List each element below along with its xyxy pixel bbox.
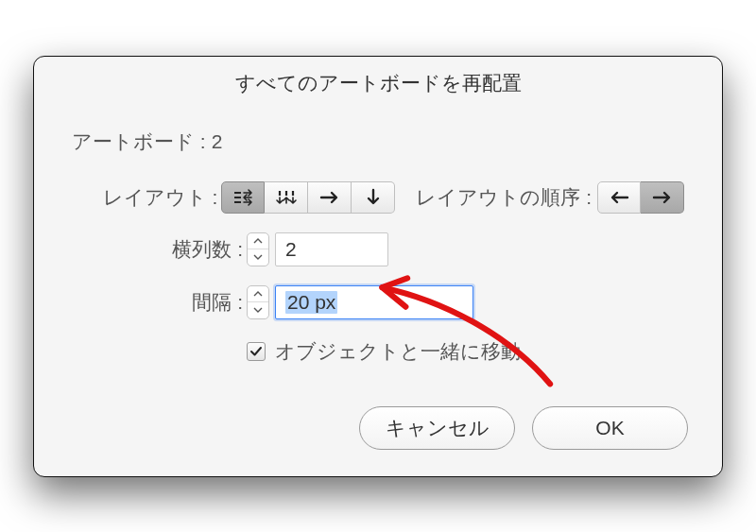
artboard-count: 2 <box>212 130 223 153</box>
chevron-up-icon <box>253 291 263 297</box>
check-icon <box>249 345 263 358</box>
layout-order-label: レイアウトの順序 : <box>416 184 592 211</box>
columns-label: 横列数 : <box>72 236 247 263</box>
arrow-down-icon <box>367 188 380 207</box>
dialog-title: すべてのアートボードを再配置 <box>34 57 722 102</box>
spacing-step-down[interactable] <box>248 301 268 318</box>
ok-button-label: OK <box>595 417 624 439</box>
spacing-step-up[interactable] <box>248 286 268 302</box>
layout-button-group <box>221 181 395 214</box>
chevron-down-icon <box>253 307 263 313</box>
grid-column-icon <box>275 189 298 206</box>
columns-step-up[interactable] <box>248 233 268 249</box>
arrow-right-icon <box>652 191 673 204</box>
columns-stepper[interactable] <box>247 232 269 266</box>
order-right-button[interactable] <box>641 181 684 214</box>
layout-grid-column-button[interactable] <box>265 181 308 214</box>
cancel-button[interactable]: キャンセル <box>359 406 515 450</box>
grid-row-icon <box>232 189 254 206</box>
rearrange-artboards-dialog: すべてのアートボードを再配置 アートボード : 2 レイアウト : <box>33 56 723 477</box>
arrow-left-icon <box>609 191 629 204</box>
chevron-down-icon <box>253 254 263 260</box>
layout-arrange-down-button[interactable] <box>352 181 395 214</box>
layout-order-group <box>597 181 684 214</box>
columns-step-down[interactable] <box>248 249 268 266</box>
columns-value: 2 <box>285 238 297 261</box>
move-with-objects-label: オブジェクトと一緒に移動 <box>275 338 521 365</box>
layout-label: レイアウト : <box>72 184 221 211</box>
spacing-label: 間隔 : <box>72 289 247 316</box>
chevron-up-icon <box>253 238 263 244</box>
spacing-value: 20 px <box>285 291 337 314</box>
spacing-input[interactable]: 20 px <box>275 285 473 319</box>
layout-grid-row-button[interactable] <box>221 181 265 214</box>
ok-button[interactable]: OK <box>532 406 688 450</box>
columns-input[interactable]: 2 <box>275 232 388 266</box>
layout-arrange-right-button[interactable] <box>308 181 352 214</box>
move-with-objects-checkbox[interactable] <box>247 342 266 361</box>
spacing-stepper[interactable] <box>247 285 269 319</box>
artboard-label: アートボード : <box>72 129 206 155</box>
order-left-button[interactable] <box>597 181 641 214</box>
cancel-button-label: キャンセル <box>386 415 490 441</box>
arrow-right-icon <box>319 191 340 204</box>
